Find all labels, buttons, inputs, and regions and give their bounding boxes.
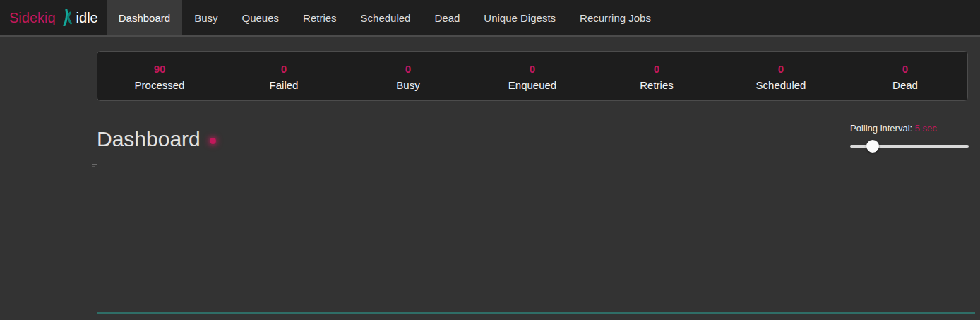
stat-processed-label: Processed [97,79,222,91]
summary-bar: 90 Processed 0 Failed 0 Busy 0 Enqueued … [97,51,968,101]
realtime-chart [97,164,975,320]
slider-thumb[interactable] [866,140,879,153]
polling-interval-slider[interactable] [850,140,969,153]
stat-failed-value: 0 [222,63,346,75]
page-title: Dashboard [97,127,216,151]
chart-line [97,312,975,314]
stat-failed-label: Failed [222,79,346,91]
live-beacon-icon [210,138,216,144]
stat-dead: 0 Dead [843,52,967,100]
stat-enqueued: 0 Enqueued [470,52,594,100]
sidekiq-logo-icon [61,9,73,26]
status-text: idle [76,10,98,26]
chart-axis-tick [92,164,97,165]
nav-item-retries[interactable]: Retries [291,0,349,35]
stat-scheduled-label: Scheduled [719,79,843,91]
stat-processed-value: 90 [97,63,222,75]
nav-item-dead[interactable]: Dead [422,0,472,35]
brand-name: Sidekiq [9,10,56,26]
polling-interval-label: Polling interval: 5 sec [850,123,969,134]
stat-busy-label: Busy [346,79,470,91]
top-navbar: Sidekiq idle Dashboard Busy Queues Retri… [0,0,980,37]
brand: Sidekiq idle [0,0,98,35]
nav-item-unique-digests[interactable]: Unique Digests [472,0,568,35]
stat-scheduled: 0 Scheduled [719,52,843,100]
chart-axis-tick [92,166,95,167]
nav-item-queues[interactable]: Queues [230,0,292,35]
nav-item-scheduled[interactable]: Scheduled [349,0,423,35]
stat-busy-value: 0 [346,63,470,75]
stat-retries-value: 0 [594,63,719,75]
nav-menu: Dashboard Busy Queues Retries Scheduled … [107,0,663,35]
polling-interval: Polling interval: 5 sec [850,123,969,153]
stat-processed: 90 Processed [97,52,222,100]
stat-enqueued-label: Enqueued [470,79,594,91]
stat-retries: 0 Retries [594,52,719,100]
stat-retries-label: Retries [594,79,719,91]
nav-item-busy[interactable]: Busy [182,0,229,35]
stat-busy: 0 Busy [346,52,470,100]
stat-failed: 0 Failed [222,52,346,100]
stat-dead-value: 0 [843,63,967,75]
nav-item-dashboard[interactable]: Dashboard [107,0,182,35]
stat-dead-label: Dead [843,79,967,91]
stat-enqueued-value: 0 [470,63,594,75]
page-title-text: Dashboard [97,127,201,151]
polling-interval-value: 5 sec [915,123,937,134]
nav-item-recurring-jobs[interactable]: Recurring Jobs [568,0,663,35]
stat-scheduled-value: 0 [719,63,843,75]
